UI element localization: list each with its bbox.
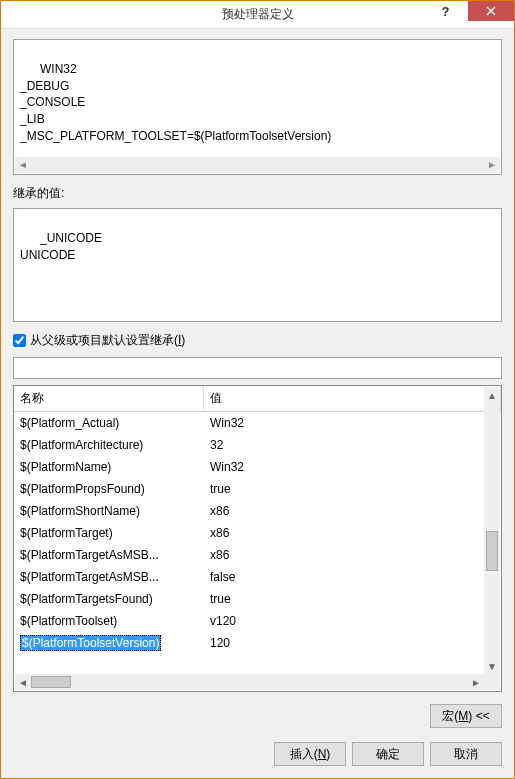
scroll-right-icon[interactable]: ► <box>484 157 500 173</box>
result-textbox[interactable] <box>13 357 502 379</box>
close-icon <box>486 6 496 16</box>
definitions-textarea[interactable]: WIN32 _DEBUG _CONSOLE _LIB _MSC_PLATFORM… <box>13 39 502 175</box>
macro-value: x86 <box>204 524 501 542</box>
scroll-corner <box>484 674 500 690</box>
table-row[interactable]: $(PlatformTargetAsMSB...false <box>14 566 501 588</box>
inherit-checkbox-label: 从父级或项目默认设置继承(I) <box>30 332 185 349</box>
macro-name: $(PlatformTargetAsMSB... <box>14 546 204 564</box>
table-row[interactable]: $(Platform_Actual)Win32 <box>14 412 501 434</box>
close-button[interactable] <box>468 1 514 21</box>
macro-name: $(PlatformShortName) <box>14 502 204 520</box>
inherited-textarea[interactable]: _UNICODE UNICODE <box>13 208 502 322</box>
dialog-buttons: 插入(N) 确定 取消 <box>13 742 502 766</box>
macro-value: true <box>204 480 501 498</box>
macro-value: Win32 <box>204 458 501 476</box>
column-name[interactable]: 名称 <box>14 386 204 411</box>
inherited-label: 继承的值: <box>13 185 502 202</box>
macros-button-row: 宏(M) << <box>13 704 502 728</box>
macro-name: $(PlatformToolsetVersion) <box>14 634 204 652</box>
definitions-text: WIN32 _DEBUG _CONSOLE _LIB _MSC_PLATFORM… <box>20 62 331 143</box>
insert-button[interactable]: 插入(N) <box>274 742 346 766</box>
macro-value: v120 <box>204 612 501 630</box>
macro-name: $(PlatformTargetsFound) <box>14 590 204 608</box>
h-scrollbar[interactable]: ◄ ► <box>15 157 500 173</box>
inherit-checkbox-row[interactable]: 从父级或项目默认设置继承(I) <box>13 332 502 349</box>
title-bar: 预处理器定义 ? <box>1 1 514 29</box>
table-row[interactable]: $(PlatformToolset)v120 <box>14 610 501 632</box>
table-body: $(Platform_Actual)Win32$(PlatformArchite… <box>14 412 501 691</box>
v-scroll-thumb[interactable] <box>486 531 498 571</box>
table-row[interactable]: $(PlatformArchitecture)32 <box>14 434 501 456</box>
macro-value: x86 <box>204 502 501 520</box>
column-value[interactable]: 值 <box>204 386 501 411</box>
table-row[interactable]: $(PlatformShortName)x86 <box>14 500 501 522</box>
macro-name: $(PlatformName) <box>14 458 204 476</box>
table-header: 名称 值 <box>14 386 501 412</box>
table-row[interactable]: $(PlatformPropsFound)true <box>14 478 501 500</box>
macro-name: $(PlatformArchitecture) <box>14 436 204 454</box>
v-scroll-track[interactable] <box>484 403 500 658</box>
macro-value: false <box>204 568 501 586</box>
macro-value: 120 <box>204 634 501 652</box>
scroll-down-icon[interactable]: ▼ <box>484 658 500 674</box>
table-row[interactable]: $(PlatformTarget)x86 <box>14 522 501 544</box>
dialog-window: 预处理器定义 ? WIN32 _DEBUG _CONSOLE _LIB _MSC… <box>0 0 515 779</box>
scroll-right-icon[interactable]: ► <box>468 674 484 690</box>
macro-name: $(PlatformTargetAsMSB... <box>14 568 204 586</box>
scroll-up-icon[interactable]: ▲ <box>484 387 500 403</box>
table-row[interactable]: $(PlatformTargetAsMSB...x86 <box>14 544 501 566</box>
macros-button[interactable]: 宏(M) << <box>430 704 502 728</box>
macro-name: $(PlatformPropsFound) <box>14 480 204 498</box>
table-row[interactable]: $(PlatformToolsetVersion)120 <box>14 632 501 654</box>
cancel-button[interactable]: 取消 <box>430 742 502 766</box>
scroll-left-icon[interactable]: ◄ <box>15 157 31 173</box>
macro-value: true <box>204 590 501 608</box>
h-scrollbar-table[interactable]: ◄ ► <box>15 674 484 690</box>
scroll-left-icon[interactable]: ◄ <box>15 674 31 690</box>
table-row[interactable]: $(PlatformTargetsFound)true <box>14 588 501 610</box>
macro-name: $(Platform_Actual) <box>14 414 204 432</box>
dialog-body: WIN32 _DEBUG _CONSOLE _LIB _MSC_PLATFORM… <box>1 29 514 778</box>
macro-value: Win32 <box>204 414 501 432</box>
inherit-checkbox[interactable] <box>13 334 26 347</box>
titlebar-buttons: ? <box>423 1 514 28</box>
macro-value: x86 <box>204 546 501 564</box>
macros-table: 名称 值 $(Platform_Actual)Win32$(PlatformAr… <box>13 385 502 692</box>
h-scroll-track[interactable] <box>31 674 468 690</box>
table-row[interactable]: $(PlatformName)Win32 <box>14 456 501 478</box>
ok-button[interactable]: 确定 <box>352 742 424 766</box>
macro-name: $(PlatformToolset) <box>14 612 204 630</box>
help-button[interactable]: ? <box>423 1 468 21</box>
inherited-text: _UNICODE UNICODE <box>20 231 102 262</box>
macro-name: $(PlatformTarget) <box>14 524 204 542</box>
macro-value: 32 <box>204 436 501 454</box>
v-scrollbar[interactable]: ▲ ▼ <box>484 387 500 674</box>
h-scroll-thumb[interactable] <box>31 676 71 688</box>
